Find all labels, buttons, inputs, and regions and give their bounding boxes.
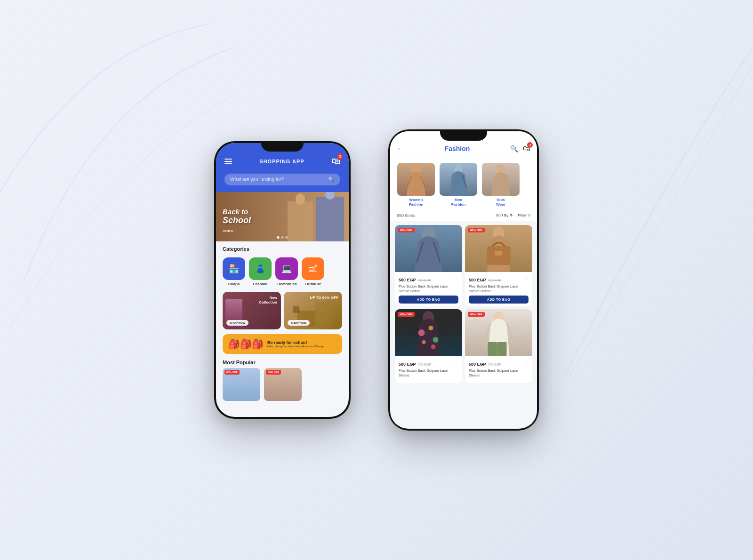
svg-rect-28 — [497, 342, 507, 356]
wishlist-icon-3[interactable]: ♡ — [454, 361, 458, 366]
product-2-prices: 500 EGP 700 EGP — [469, 275, 501, 283]
product-image-3: 80% OFF — [395, 309, 462, 356]
svg-point-24 — [422, 340, 426, 344]
phone2-notch — [440, 129, 487, 141]
product-1-price: 500 EGP — [399, 278, 416, 282]
banner-dots — [277, 236, 288, 239]
popular-item-1[interactable]: 80% OFF — [223, 368, 260, 401]
svg-rect-27 — [488, 342, 497, 356]
school-subtitle: Nike , Jansport, Herschel, adidas and Di… — [267, 345, 336, 348]
popular-grid: 80% OFF 80% OFF — [223, 368, 342, 401]
product-1-info: 500 EGP 700 EGP ♡ Plus Button Back Guipu… — [395, 272, 462, 307]
product-2-old-price: 700 EGP — [488, 279, 501, 282]
search-placeholder: What are you looking for? — [230, 177, 284, 182]
category-shops[interactable]: 🏪 Shops — [223, 257, 245, 286]
wishlist-icon-2[interactable]: ♡ — [524, 276, 529, 281]
filter-icon: ▽ — [528, 213, 530, 217]
promo-banner-2: UP TO 60% OFF SHOP NOW — [284, 292, 342, 329]
banner1-text: New Collection — [259, 296, 277, 305]
product-3-price-row: 500 EGP 700 EGP ♡ — [399, 359, 458, 368]
product-2-price-row: 500 EGP 700 EGP ♡ — [469, 275, 529, 283]
shop-now-btn-1[interactable]: SHOP NOW — [226, 320, 248, 326]
product-3-info: 500 EGP 700 EGP ♡ Plus Button Back Guipu… — [395, 356, 462, 383]
product-3-old-price: 700 EGP — [418, 363, 431, 366]
banner2-text: UP TO 60% OFF — [310, 296, 338, 300]
product-3-price: 500 EGP — [399, 362, 416, 367]
cart-button[interactable]: 🛍 3 — [332, 156, 340, 166]
product-image-2: 80% OFF — [465, 225, 532, 272]
app-title: SHOPPING APP — [259, 159, 304, 164]
off-badge-2: 80% OFF — [266, 370, 281, 375]
backpack-icons: 🎒🎒🎒 — [228, 338, 264, 350]
svg-point-22 — [429, 326, 433, 330]
svg-rect-19 — [495, 251, 503, 256]
wishlist-icon-4[interactable]: ♡ — [524, 361, 529, 366]
items-count: 950 Items — [397, 213, 416, 218]
category-electronics[interactable]: 💻 Electronics — [275, 257, 298, 286]
women-fashion-label: WomenFashion — [409, 198, 424, 208]
shop-now-btn-2[interactable]: SHOP NOW — [288, 320, 310, 326]
women-fashion-category[interactable]: WomenFashion — [395, 163, 437, 208]
most-popular-title: Most Popular — [223, 360, 342, 365]
electronics-icon: 💻 — [275, 257, 298, 280]
product-1-off-badge: 80% OFF — [398, 228, 415, 232]
filter-button[interactable]: Filter ▽ — [518, 213, 530, 217]
search-icon[interactable]: 🔍 — [510, 145, 518, 152]
phone1-notch — [261, 141, 304, 152]
cart-button[interactable]: 🛍 3 — [523, 144, 530, 153]
men-fashion-image — [440, 163, 477, 196]
off-badge-1: 80% OFF — [224, 370, 240, 375]
promo-banners: New Collection SHOP NOW UP TO 60% OFF SH… — [216, 289, 349, 332]
categories-title: Categories — [223, 246, 342, 252]
promo-banner-1: New Collection SHOP NOW — [223, 292, 281, 329]
product-1-price-row: 500 EGP 700 EGP ♡ — [399, 275, 458, 283]
back-button[interactable]: ← — [397, 144, 404, 153]
category-furniture[interactable]: 🛋 Furniture — [302, 257, 324, 286]
school-title: Be ready for school — [267, 340, 336, 345]
shops-icon: 🏪 — [223, 257, 245, 280]
product-2-off-badge: 80% OFF — [468, 228, 485, 232]
product-2-price: 500 EGP — [469, 278, 486, 282]
search-icon: 🔍 — [328, 176, 335, 183]
svg-point-21 — [418, 329, 425, 336]
product-1-old-price: 700 EGP — [418, 279, 431, 282]
electronics-label: Electronics — [276, 282, 296, 286]
kids-wear-category[interactable]: KidsWear — [480, 163, 522, 208]
svg-rect-2 — [316, 197, 344, 241]
banner-line2: School — [223, 216, 251, 225]
category-fashion[interactable]: 👗 Fashion — [249, 257, 272, 286]
kids-wear-label: KidsWear — [496, 198, 505, 208]
categories-list: 🏪 Shops 👗 Fashion 💻 Electronics 🛋 Furnit… — [216, 257, 349, 289]
hamburger-icon[interactable] — [224, 159, 232, 164]
product-2-info: 500 EGP 700 EGP ♡ Plus Button Back Guipu… — [465, 272, 532, 307]
banner-line1: Back to — [223, 208, 251, 216]
fashion-categories: WomenFashion MenFashion — [390, 158, 537, 210]
men-fashion-label: MenFashion — [451, 198, 466, 208]
sort-icon: ⇅ — [510, 213, 513, 217]
search-input[interactable]: What are you looking for? 🔍 — [224, 174, 340, 185]
sort-button[interactable]: Sort By ⇅ — [496, 213, 513, 217]
product-3-off-badge: 80% OFF — [398, 312, 415, 317]
svg-point-1 — [296, 193, 305, 205]
phone2-screen: ← Fashion 🔍 🛍 3 — [390, 131, 537, 429]
product-2-name: Plus Button Back Guipure Lace Sleeve Bel… — [469, 284, 529, 294]
product-4-price-row: 500 EGP 700 EGP ♡ — [469, 359, 529, 368]
svg-rect-6 — [315, 302, 331, 326]
svg-rect-0 — [288, 201, 313, 241]
add-to-bag-btn-1[interactable]: ADD TO BAG — [399, 296, 458, 304]
furniture-icon: 🛋 — [302, 257, 324, 280]
wishlist-icon-1[interactable]: ♡ — [454, 276, 458, 281]
popular-item-2[interactable]: 80% OFF — [264, 368, 302, 401]
cart-count-badge: 3 — [337, 153, 343, 160]
add-to-bag-btn-2[interactable]: ADD TO BAG — [469, 296, 529, 304]
product-4-name: Plus Button Back Guipure Lace Sleeve — [469, 368, 529, 378]
shops-label: Shops — [228, 282, 240, 286]
page-title: Fashion — [445, 145, 470, 152]
categories-section: Categories — [216, 241, 349, 257]
product-4-info: 500 EGP 700 EGP ♡ Plus Button Back Guipu… — [465, 356, 532, 383]
product-4-off-badge: 80% OFF — [468, 312, 485, 317]
men-fashion-category[interactable]: MenFashion — [437, 163, 480, 208]
product-card-2: 80% OFF 500 EGP 700 EGP ♡ Plus Button Ba… — [465, 225, 532, 307]
product-1-name: Plus Button Back Guipure Lace Sleeve Bel… — [399, 284, 458, 294]
banner-figures — [283, 192, 349, 241]
